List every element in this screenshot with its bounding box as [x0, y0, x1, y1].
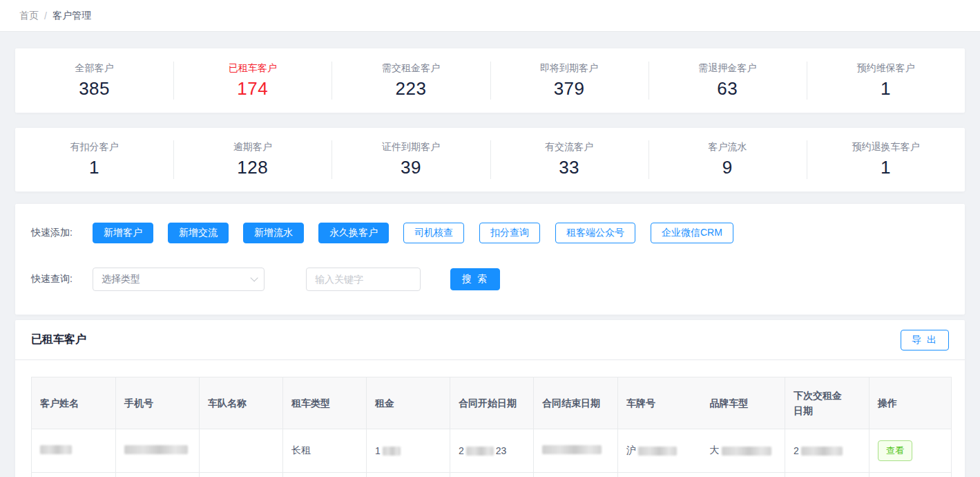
stat-card-maintenance-customers[interactable]: 预约维保客户 1: [807, 48, 965, 113]
stat-label: 有扣分客户: [70, 141, 119, 153]
next-pay-prefix: 2: [794, 445, 799, 456]
plate-prefix: 沪: [626, 445, 636, 457]
stat-label: 已租车客户: [229, 62, 277, 75]
brand-prefix: 大: [710, 445, 720, 457]
export-button[interactable]: 导 出: [901, 330, 949, 350]
stat-label: 预约维保客户: [856, 62, 914, 75]
redacted-text: [638, 447, 677, 456]
stat-value: 223: [395, 78, 426, 100]
stat-value: 33: [559, 157, 579, 178]
stat-value: 39: [401, 157, 421, 178]
type-select[interactable]: 选择类型: [93, 268, 265, 291]
column-header-fleet-name: 车队名称: [200, 377, 283, 429]
quick-add-label: 快速添加:: [31, 227, 93, 239]
stat-label: 客户流水: [708, 141, 747, 153]
breadcrumb-home-link[interactable]: 首页: [19, 10, 39, 22]
redacted-text: [124, 445, 188, 454]
stat-label: 全部客户: [75, 62, 114, 75]
cell-phone: [116, 429, 200, 473]
stat-value: 128: [237, 157, 268, 178]
redacted-text: [466, 447, 494, 456]
breadcrumb: 首页 / 客户管理: [0, 0, 980, 32]
points-query-button[interactable]: 扣分查询: [479, 223, 540, 243]
stat-card-expiring-customers[interactable]: 即将到期客户 379: [490, 48, 648, 113]
stat-value: 1: [881, 78, 891, 100]
quick-query-row: 快速查询: 选择类型 搜 索: [31, 268, 949, 291]
column-header-rent: 租金: [367, 377, 450, 429]
stat-label: 逾期客户: [233, 141, 272, 153]
stat-label: 有交流客户: [545, 141, 593, 153]
add-customer-button[interactable]: 新增客户: [93, 223, 153, 243]
stat-card-total-customers[interactable]: 全部客户 385: [15, 48, 173, 113]
contract-start-suffix: 23: [496, 445, 507, 456]
search-button[interactable]: 搜 索: [450, 268, 500, 290]
cell-fleet-name: [200, 429, 283, 473]
stats-row-2: 有扣分客户 1 逾期客户 128 证件到期客户 39 有交流客户 33 客户流水…: [15, 128, 965, 191]
stat-value: 63: [717, 78, 738, 100]
cell-brand-model: 大: [702, 429, 785, 473]
redacted-text: [801, 447, 843, 456]
type-select-value: 选择类型: [102, 273, 140, 286]
stat-label: 需交租金客户: [382, 62, 440, 75]
column-header-brand-model: 品牌车型: [702, 377, 785, 429]
stat-value: 1: [881, 157, 891, 178]
column-header-next-payment-date: 下次交租金日期: [785, 377, 869, 429]
quick-add-row: 快速添加: 新增客户 新增交流 新增流水 永久换客户 司机核查 扣分查询 租客端…: [31, 223, 949, 243]
quick-query-label: 快速查询:: [31, 273, 93, 286]
column-header-phone: 手机号: [116, 377, 200, 429]
stat-card-docs-expiring-customers[interactable]: 证件到期客户 39: [332, 128, 490, 191]
table-row: [32, 473, 952, 477]
section-title: 已租车客户: [31, 333, 86, 347]
permanent-swap-customer-button[interactable]: 永久换客户: [318, 223, 389, 243]
stat-label: 证件到期客户: [382, 141, 440, 153]
column-header-contract-end: 合同结束日期: [534, 377, 618, 429]
column-header-rent-type: 租车类型: [283, 377, 367, 429]
stat-card-points-deducted-customers[interactable]: 有扣分客户 1: [15, 128, 173, 191]
quick-actions-card: 快速添加: 新增客户 新增交流 新增流水 永久换客户 司机核查 扣分查询 租客端…: [15, 204, 965, 315]
view-button[interactable]: 查看: [878, 440, 912, 461]
add-communication-button[interactable]: 新增交流: [168, 223, 229, 243]
stat-value: 1: [89, 157, 99, 178]
wecom-crm-button[interactable]: 企业微信CRM: [651, 223, 733, 243]
table-header-row: 客户姓名 手机号 车队名称 租车类型 租金 合同开始日期 合同结束日期 车牌号 …: [32, 377, 952, 429]
breadcrumb-separator: /: [44, 10, 47, 21]
table-section-header: 已租车客户 导 出: [15, 320, 965, 360]
redacted-text: [542, 445, 602, 454]
chevron-down-icon: [250, 274, 258, 281]
stat-card-customer-flow[interactable]: 客户流水 9: [648, 128, 807, 191]
stat-value: 385: [79, 78, 110, 100]
stat-card-vehicle-swap-customers[interactable]: 预约退换车客户 1: [807, 128, 965, 191]
stat-value: 379: [554, 78, 585, 100]
keyword-input[interactable]: [306, 268, 421, 291]
stat-card-communication-customers[interactable]: 有交流客户 33: [490, 128, 648, 191]
cell-next-payment-date: 2: [785, 429, 869, 473]
column-header-contract-start: 合同开始日期: [450, 377, 534, 429]
add-flow-button[interactable]: 新增流水: [243, 223, 304, 243]
redacted-text: [722, 447, 771, 456]
breadcrumb-current: 客户管理: [52, 10, 91, 22]
cell-rent-type: 长租: [283, 429, 367, 473]
tenant-official-account-button[interactable]: 租客端公众号: [555, 223, 635, 243]
column-header-customer-name: 客户姓名: [32, 377, 116, 429]
cell-rent: 1: [367, 429, 450, 473]
rent-prefix: 1: [375, 445, 381, 456]
redacted-text: [383, 447, 401, 456]
driver-check-button[interactable]: 司机核查: [403, 223, 464, 243]
cell-contract-end: [534, 429, 618, 473]
stat-label: 预约退换车客户: [852, 141, 919, 153]
cell-customer-name: [32, 429, 116, 473]
stat-card-deposit-refund-customers[interactable]: 需退押金客户 63: [648, 48, 807, 113]
customers-table: 客户姓名 手机号 车队名称 租车类型 租金 合同开始日期 合同结束日期 车牌号 …: [31, 377, 952, 477]
table-wrapper: 客户姓名 手机号 车队名称 租车类型 租金 合同开始日期 合同结束日期 车牌号 …: [15, 360, 965, 477]
stat-label: 需退押金客户: [698, 62, 756, 75]
stat-label: 即将到期客户: [540, 62, 598, 75]
column-header-plate-number: 车牌号: [618, 377, 702, 429]
stat-card-overdue-customers[interactable]: 逾期客户 128: [173, 128, 332, 191]
stat-value: 174: [237, 78, 268, 100]
stat-value: 9: [722, 157, 733, 178]
cell-contract-start: 2 23: [450, 429, 534, 473]
contract-start-prefix: 2: [459, 445, 464, 456]
stat-card-rent-due-customers[interactable]: 需交租金客户 223: [332, 48, 490, 113]
stat-card-rented-customers[interactable]: 已租车客户 174: [173, 48, 332, 113]
stats-row-1: 全部客户 385 已租车客户 174 需交租金客户 223 即将到期客户 379…: [15, 48, 965, 113]
